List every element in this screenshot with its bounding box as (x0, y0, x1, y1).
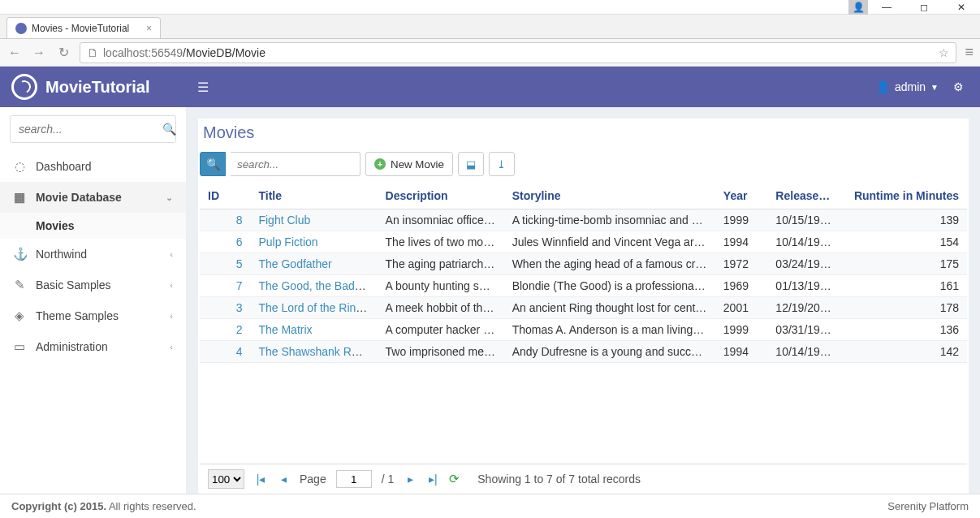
chevron-left-icon: ‹ (170, 249, 173, 259)
sidebar-search-input[interactable] (19, 123, 162, 136)
quick-search-toggle[interactable]: 🔍 (200, 152, 226, 176)
toolbar: 🔍 + New Movie ⬓ ⤓ (200, 152, 967, 176)
cell-storyline: A ticking-time-bomb insomniac and a s... (504, 209, 715, 231)
column-header[interactable]: Release Da... (767, 183, 840, 209)
column-picker-button[interactable]: ⬓ (458, 152, 484, 176)
cell-id: 5 (200, 253, 250, 275)
user-menu[interactable]: 👤 admin ▼ (876, 80, 939, 93)
pager-next-button[interactable]: ▸ (404, 473, 417, 486)
column-header[interactable]: Year (715, 183, 768, 209)
favicon-icon (15, 23, 27, 34)
cell-storyline: Jules Winnfield and Vincent Vega are t..… (504, 231, 715, 253)
os-user-icon[interactable]: 👤 (848, 0, 868, 15)
tab-close-icon[interactable]: × (146, 23, 152, 34)
column-header[interactable]: Runtime in Minutes (840, 183, 967, 209)
column-header[interactable]: Title (250, 183, 377, 209)
browser-menu-icon[interactable]: ≡ (965, 44, 974, 61)
cell-title[interactable]: The Godfather (250, 253, 377, 275)
nav-reload-button[interactable]: ↻ (55, 45, 71, 60)
excel-export-button[interactable]: ⤓ (489, 152, 515, 176)
sidebar-icon: ✎ (13, 278, 26, 292)
cell-year: 1999 (715, 209, 768, 231)
os-minimize-button[interactable]: — (868, 0, 905, 15)
column-header[interactable]: Storyline (504, 183, 715, 209)
chevron-left-icon: ‹ (170, 311, 173, 321)
sidebar-item-administration[interactable]: ▭Administration‹ (0, 331, 186, 362)
column-header[interactable]: Description (378, 183, 504, 209)
cell-id: 3 (200, 297, 250, 319)
cell-title[interactable]: The Matrix (250, 319, 377, 341)
settings-gears-icon[interactable]: ⚙ (953, 80, 964, 93)
sidebar-toggle-button[interactable]: ☰ (187, 80, 219, 95)
cell-title[interactable]: Fight Club (250, 209, 377, 231)
cell-id: 6 (200, 231, 250, 253)
sidebar-icon: ◌ (13, 159, 26, 174)
cell-title[interactable]: Pulp Fiction (250, 231, 377, 253)
cell-title[interactable]: The Lord of the Rings:... (250, 297, 377, 319)
table-row[interactable]: 7The Good, the Bad an...A bounty hunting… (200, 275, 967, 297)
pager-last-button[interactable]: ▸| (426, 473, 439, 486)
cell-year: 1999 (715, 319, 768, 341)
sidebar-item-label: Theme Samples (36, 309, 119, 322)
cell-title[interactable]: The Good, the Bad an... (250, 275, 377, 297)
pager-page-input[interactable] (336, 470, 372, 488)
table-row[interactable]: 6Pulp FictionThe lives of two mob ...Jul… (200, 231, 967, 253)
table-row[interactable]: 4The Shawshank Rede...Two imprisoned men… (200, 341, 967, 363)
table-row[interactable]: 2The MatrixA computer hacker le...Thomas… (200, 319, 967, 341)
cell-runtime: 175 (840, 253, 967, 275)
chevron-down-icon: ⌄ (166, 192, 173, 203)
sidebar-item-northwind[interactable]: ⚓Northwind‹ (0, 239, 186, 270)
pager-refresh-button[interactable]: ⟳ (449, 472, 460, 486)
column-header[interactable]: ID (200, 183, 250, 209)
page-size-select[interactable]: 100 (208, 469, 244, 489)
cell-storyline: An ancient Ring thought lost for centu..… (504, 297, 715, 319)
cell-year: 2001 (715, 297, 768, 319)
nav-forward-button[interactable]: → (31, 45, 47, 60)
cell-description: A computer hacker le... (378, 319, 504, 341)
cell-description: An insomniac office w... (378, 209, 504, 231)
sidebar-item-basic-samples[interactable]: ✎Basic Samples‹ (0, 270, 186, 300)
sidebar-item-dashboard[interactable]: ◌Dashboard (0, 151, 186, 182)
main-content: Movies 🔍 + New Movie ⬓ ⤓ IDTitleDescript… (187, 107, 980, 494)
table-row[interactable]: 8Fight ClubAn insomniac office w...A tic… (200, 209, 967, 231)
movies-grid: IDTitleDescriptionStorylineYearRelease D… (200, 183, 967, 363)
bookmark-star-icon[interactable]: ☆ (939, 46, 949, 59)
username: admin (895, 80, 926, 93)
cell-description: The aging patriarch of... (378, 253, 504, 275)
table-row[interactable]: 5The GodfatherThe aging patriarch of...W… (200, 253, 967, 275)
sidebar-item-theme-samples[interactable]: ◈Theme Samples‹ (0, 300, 186, 331)
cell-release: 01/13/1969 (767, 275, 840, 297)
quick-search-input[interactable] (231, 152, 360, 176)
url-host: localhost (103, 46, 148, 59)
cell-id: 4 (200, 341, 250, 363)
brand[interactable]: MovieTutorial (0, 74, 187, 100)
cell-description: The lives of two mob ... (378, 231, 504, 253)
os-maximize-button[interactable]: ◻ (905, 0, 943, 15)
sidebar: 🔍 ◌Dashboard▦Movie Database⌄Movies⚓North… (0, 107, 187, 494)
nav-back-button[interactable]: ← (6, 45, 23, 60)
browser-tab[interactable]: Movies - MovieTutorial × (6, 17, 161, 38)
os-titlebar: 👤 — ◻ ✕ (0, 0, 980, 15)
chevron-left-icon: ‹ (170, 280, 173, 290)
sidebar-search[interactable]: 🔍 (10, 115, 176, 143)
sidebar-item-label: Administration (36, 340, 108, 353)
search-icon[interactable]: 🔍 (162, 123, 176, 136)
footer: Copyright (c) 2015. All rights reserved.… (0, 494, 980, 518)
table-row[interactable]: 3The Lord of the Rings:...A meek hobbit … (200, 297, 967, 319)
app-header: MovieTutorial ☰ 👤 admin ▼ ⚙ (0, 67, 980, 107)
address-bar[interactable]: 🗋 localhost:56549/MovieDB/Movie ☆ (80, 42, 956, 63)
os-close-button[interactable]: ✕ (943, 0, 980, 15)
new-movie-button[interactable]: + New Movie (365, 152, 453, 176)
sidebar-item-movie-database[interactable]: ▦Movie Database⌄ (0, 182, 186, 213)
cell-storyline: Andy Dufresne is a young and success... (504, 341, 715, 363)
pager-first-button[interactable]: |◂ (254, 473, 267, 486)
sidebar-icon: ▦ (13, 190, 26, 205)
page-title: Movies (200, 119, 967, 152)
cell-year: 1994 (715, 341, 768, 363)
url-scheme-icon: 🗋 (87, 46, 98, 59)
cell-title[interactable]: The Shawshank Rede... (250, 341, 377, 363)
sidebar-subitem-movies[interactable]: Movies (0, 213, 186, 239)
cell-year: 1994 (715, 231, 768, 253)
browser-tab-strip: Movies - MovieTutorial × (0, 15, 980, 39)
pager-prev-button[interactable]: ◂ (277, 473, 290, 486)
